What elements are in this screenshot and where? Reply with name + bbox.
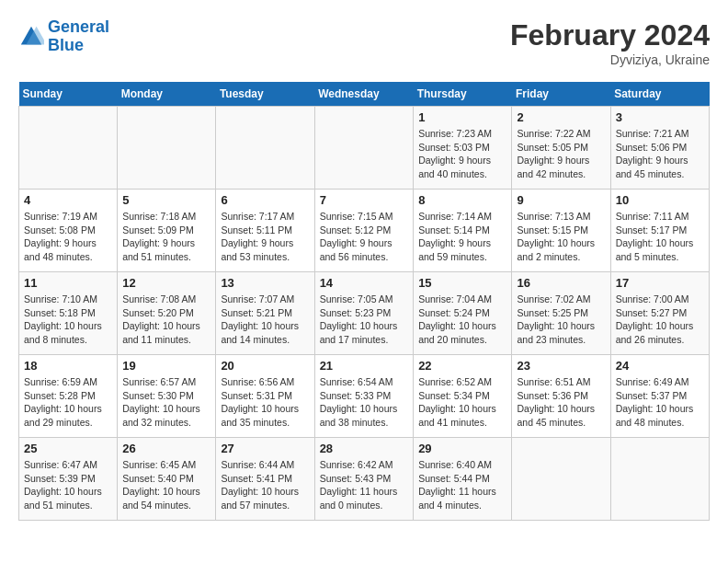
day-number: 28 [320,442,409,455]
calendar-cell [314,107,414,190]
calendar-cell: 15Sunrise: 7:04 AM Sunset: 5:24 PM Dayli… [414,272,512,355]
day-number: 23 [517,359,605,373]
day-info: Sunrise: 6:49 AM Sunset: 5:37 PM Dayligh… [616,375,704,430]
day-number: 2 [517,110,605,124]
day-number: 6 [221,193,309,207]
calendar-week-5: 25Sunrise: 6:47 AM Sunset: 5:39 PM Dayli… [19,438,710,521]
calendar-cell: 21Sunrise: 6:54 AM Sunset: 5:33 PM Dayli… [314,355,414,438]
day-number: 29 [418,442,506,455]
day-info: Sunrise: 7:08 AM Sunset: 5:20 PM Dayligh… [122,293,210,347]
day-info: Sunrise: 7:21 AM Sunset: 5:06 PM Dayligh… [616,127,704,181]
day-info: Sunrise: 7:00 AM Sunset: 5:27 PM Dayligh… [616,293,704,347]
day-number: 16 [517,276,605,290]
day-info: Sunrise: 7:18 AM Sunset: 5:09 PM Dayligh… [122,210,210,264]
day-number: 9 [517,193,605,207]
day-info: Sunrise: 7:10 AM Sunset: 5:18 PM Dayligh… [24,293,112,347]
calendar-table: SundayMondayTuesdayWednesdayThursdayFrid… [18,82,710,521]
logo-text: General Blue [48,18,109,55]
day-info: Sunrise: 6:54 AM Sunset: 5:33 PM Dayligh… [320,375,409,430]
day-info: Sunrise: 7:19 AM Sunset: 5:08 PM Dayligh… [24,210,112,264]
day-number: 15 [418,276,506,290]
calendar-cell: 12Sunrise: 7:08 AM Sunset: 5:20 PM Dayli… [118,272,216,355]
day-info: Sunrise: 6:44 AM Sunset: 5:41 PM Dayligh… [221,458,309,512]
day-number: 10 [616,193,704,207]
calendar-cell: 16Sunrise: 7:02 AM Sunset: 5:25 PM Dayli… [512,272,610,355]
day-info: Sunrise: 7:14 AM Sunset: 5:14 PM Dayligh… [418,210,506,264]
calendar-cell: 8Sunrise: 7:14 AM Sunset: 5:14 PM Daylig… [414,190,512,272]
calendar-cell: 13Sunrise: 7:07 AM Sunset: 5:21 PM Dayli… [216,272,314,355]
day-number: 8 [418,193,506,207]
calendar-cell: 25Sunrise: 6:47 AM Sunset: 5:39 PM Dayli… [19,438,118,521]
day-info: Sunrise: 6:52 AM Sunset: 5:34 PM Dayligh… [418,375,506,430]
calendar-cell: 9Sunrise: 7:13 AM Sunset: 5:15 PM Daylig… [512,190,610,272]
day-info: Sunrise: 6:57 AM Sunset: 5:30 PM Dayligh… [122,375,210,430]
calendar-cell: 11Sunrise: 7:10 AM Sunset: 5:18 PM Dayli… [19,272,118,355]
day-number: 17 [616,276,704,290]
calendar-cell [610,438,709,521]
day-number: 3 [616,110,704,124]
calendar-cell: 20Sunrise: 6:56 AM Sunset: 5:31 PM Dayli… [216,355,314,438]
day-info: Sunrise: 7:04 AM Sunset: 5:24 PM Dayligh… [418,293,506,347]
day-info: Sunrise: 7:11 AM Sunset: 5:17 PM Dayligh… [616,210,704,264]
weekday-header-thursday: Thursday [414,82,512,107]
calendar-cell [216,107,314,190]
calendar-week-2: 4Sunrise: 7:19 AM Sunset: 5:08 PM Daylig… [19,190,710,272]
weekday-header-wednesday: Wednesday [314,82,414,107]
day-number: 14 [320,276,409,290]
calendar-cell: 29Sunrise: 6:40 AM Sunset: 5:44 PM Dayli… [414,438,512,521]
calendar-cell: 26Sunrise: 6:45 AM Sunset: 5:40 PM Dayli… [118,438,216,521]
day-info: Sunrise: 7:15 AM Sunset: 5:12 PM Dayligh… [320,210,409,264]
day-info: Sunrise: 7:02 AM Sunset: 5:25 PM Dayligh… [517,293,605,347]
logo-line2: Blue [48,36,84,54]
calendar-cell: 18Sunrise: 6:59 AM Sunset: 5:28 PM Dayli… [19,355,118,438]
calendar-cell: 6Sunrise: 7:17 AM Sunset: 5:11 PM Daylig… [216,190,314,272]
day-number: 24 [616,359,704,373]
day-info: Sunrise: 6:59 AM Sunset: 5:28 PM Dayligh… [24,375,112,430]
calendar-cell: 24Sunrise: 6:49 AM Sunset: 5:37 PM Dayli… [610,355,709,438]
day-info: Sunrise: 6:56 AM Sunset: 5:31 PM Dayligh… [221,375,309,430]
title-block: February 2024 Dyviziya, Ukraine [510,18,710,67]
day-number: 5 [122,193,210,207]
day-number: 11 [24,276,112,290]
calendar-cell [19,107,118,190]
calendar-week-3: 11Sunrise: 7:10 AM Sunset: 5:18 PM Dayli… [19,272,710,355]
day-number: 25 [24,442,112,455]
day-number: 21 [320,359,409,373]
calendar-cell [512,438,610,521]
calendar-cell: 2Sunrise: 7:22 AM Sunset: 5:05 PM Daylig… [512,107,610,190]
weekday-header-monday: Monday [118,82,216,107]
calendar-cell: 5Sunrise: 7:18 AM Sunset: 5:09 PM Daylig… [118,190,216,272]
calendar-cell: 3Sunrise: 7:21 AM Sunset: 5:06 PM Daylig… [610,107,709,190]
day-info: Sunrise: 7:23 AM Sunset: 5:03 PM Dayligh… [418,127,506,181]
calendar-cell: 23Sunrise: 6:51 AM Sunset: 5:36 PM Dayli… [512,355,610,438]
logo: General Blue [18,18,109,55]
day-number: 22 [418,359,506,373]
calendar-cell: 4Sunrise: 7:19 AM Sunset: 5:08 PM Daylig… [19,190,118,272]
day-number: 12 [122,276,210,290]
day-number: 19 [122,359,210,373]
logo-icon [18,24,44,50]
day-number: 4 [24,193,112,207]
day-info: Sunrise: 7:13 AM Sunset: 5:15 PM Dayligh… [517,210,605,264]
day-info: Sunrise: 6:42 AM Sunset: 5:43 PM Dayligh… [320,458,409,512]
calendar-cell: 7Sunrise: 7:15 AM Sunset: 5:12 PM Daylig… [314,190,414,272]
calendar-cell: 28Sunrise: 6:42 AM Sunset: 5:43 PM Dayli… [314,438,414,521]
day-number: 18 [24,359,112,373]
calendar-cell: 14Sunrise: 7:05 AM Sunset: 5:23 PM Dayli… [314,272,414,355]
weekday-header-friday: Friday [512,82,610,107]
logo-line1: General [48,17,109,36]
calendar-cell: 22Sunrise: 6:52 AM Sunset: 5:34 PM Dayli… [414,355,512,438]
day-info: Sunrise: 7:07 AM Sunset: 5:21 PM Dayligh… [221,293,309,347]
weekday-header-tuesday: Tuesday [216,82,314,107]
day-number: 7 [320,193,409,207]
day-info: Sunrise: 7:17 AM Sunset: 5:11 PM Dayligh… [221,210,309,264]
location-subtitle: Dyviziya, Ukraine [510,52,710,67]
day-info: Sunrise: 7:05 AM Sunset: 5:23 PM Dayligh… [320,293,409,347]
day-info: Sunrise: 6:40 AM Sunset: 5:44 PM Dayligh… [418,458,506,512]
calendar-week-1: 1Sunrise: 7:23 AM Sunset: 5:03 PM Daylig… [19,107,710,190]
day-info: Sunrise: 6:47 AM Sunset: 5:39 PM Dayligh… [24,458,112,512]
calendar-cell: 10Sunrise: 7:11 AM Sunset: 5:17 PM Dayli… [610,190,709,272]
weekday-header-row: SundayMondayTuesdayWednesdayThursdayFrid… [19,82,710,107]
calendar-cell: 17Sunrise: 7:00 AM Sunset: 5:27 PM Dayli… [610,272,709,355]
day-number: 27 [221,442,309,455]
